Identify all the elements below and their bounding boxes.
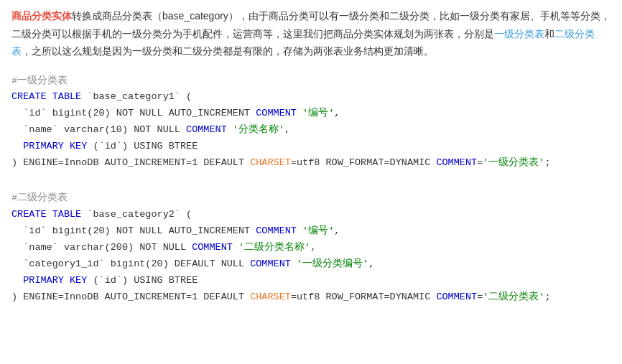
entity-name: 商品分类实体 <box>11 10 72 22</box>
create-table-2: CREATE TABLE `base_category2` ( <box>11 207 611 223</box>
code-section-1: #一级分类表 CREATE TABLE `base_category1` ( `… <box>0 65 622 182</box>
prose-text-2: 和 <box>544 28 554 39</box>
field-name-2: `name` varchar(200) NOT NULL COMMENT '二级… <box>11 240 611 256</box>
link-level1[interactable]: 一级分类表 <box>494 28 544 39</box>
field-id-1: `id` bigint(20) NOT NULL AUTO_INCREMENT … <box>11 106 611 122</box>
create-table-1: CREATE TABLE `base_category1` ( <box>11 89 611 106</box>
field-name-1: `name` varchar(10) NOT NULL COMMENT '分类名… <box>11 122 611 139</box>
prose-description: 商品分类实体转换成商品分类表（base_category），由于商品分类可以有一… <box>0 0 622 65</box>
field-category1-id: `category1_id` bigint(20) DEFAULT NULL C… <box>11 256 611 273</box>
prose-text-3: ，之所以这么规划是因为一级分类和二级分类都是有限的，存储为两张表业务结构更加清晰… <box>22 45 434 57</box>
closing-2: ) ENGINE=InnoDB AUTO_INCREMENT=1 DEFAULT… <box>11 289 611 306</box>
field-id-2: `id` bigint(20) NOT NULL AUTO_INCREMENT … <box>11 223 611 240</box>
pk-2: PRIMARY KEY (`id`) USING BTREE <box>11 273 611 289</box>
pk-1: PRIMARY KEY (`id`) USING BTREE <box>11 139 611 155</box>
comment-level1: #一级分类表 <box>11 73 611 90</box>
closing-1: ) ENGINE=InnoDB AUTO_INCREMENT=1 DEFAULT… <box>11 155 611 172</box>
comment-level2: #二级分类表 <box>11 190 611 207</box>
code-section-2: #二级分类表 CREATE TABLE `base_category2` ( `… <box>0 182 622 316</box>
